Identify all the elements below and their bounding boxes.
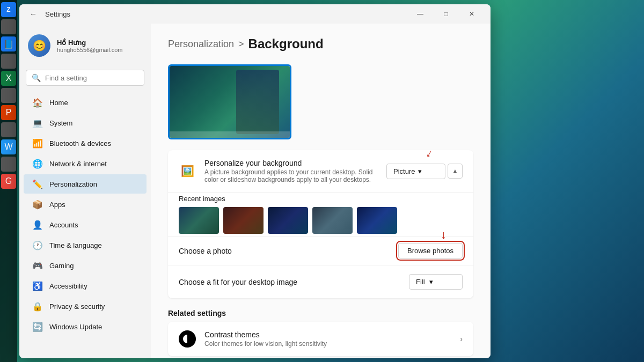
back-button[interactable]: ← (26, 6, 41, 21)
title-bar: ← Settings — □ ✕ (19, 4, 491, 24)
sidebar-item-label: Time & language (49, 241, 102, 249)
browse-photos-button[interactable]: Browse photos (398, 243, 463, 258)
recent-images-label: Recent images (179, 193, 463, 207)
time-icon: 🕐 (32, 240, 43, 250)
search-icon: 🔍 (32, 73, 41, 82)
sidebar-item-windows-update[interactable]: 🔄 Windows Update (24, 317, 147, 336)
apps-icon: 📦 (32, 199, 43, 210)
taskbar-icon-excel[interactable]: X (1, 71, 16, 86)
personalize-row: 🖼️ Personalize your background A picture… (168, 150, 473, 193)
network-icon: 🌐 (32, 158, 43, 169)
sidebar-item-label: Accessibility (49, 282, 87, 290)
choose-photo-text: Choose a photo (179, 247, 398, 255)
recent-image-1[interactable] (179, 207, 219, 234)
sidebar-item-label: Personalization (49, 180, 97, 188)
sidebar-item-home[interactable]: 🏠 Home (24, 93, 147, 112)
personalize-desc: A picture background applies to your cur… (204, 168, 386, 183)
user-info: Hồ Hưng hungho5556@gmail.com (57, 39, 122, 53)
preview-taskbar (170, 131, 290, 138)
recent-image-4[interactable] (312, 207, 353, 234)
arrow-annotation-1: ↓ (423, 150, 436, 161)
taskbar-icon-chrome[interactable]: G (1, 174, 16, 189)
settings-window: ← Settings — □ ✕ 😊 Hồ Hưng hungho5556@gm… (19, 4, 491, 358)
search-input[interactable] (45, 74, 138, 82)
personalization-icon: ✏️ (32, 179, 43, 189)
desktop-preview (168, 64, 291, 139)
sidebar: 😊 Hồ Hưng hungho5556@gmail.com 🔍 🏠 Home … (19, 24, 151, 358)
personalize-title: Personalize your background (204, 159, 386, 167)
sidebar-item-personalization[interactable]: ✏️ Personalization (24, 174, 147, 194)
taskbar-icon-1[interactable] (1, 19, 16, 34)
setting-text: Personalize your background A picture ba… (204, 159, 386, 183)
taskbar-icon-4[interactable] (1, 88, 16, 103)
related-settings-card: Contrast themes Color themes for low vis… (168, 322, 473, 356)
taskbar-icon-2[interactable]: 📘 (1, 36, 16, 51)
chevron-down-icon: ▾ (418, 167, 422, 175)
picture-dropdown[interactable]: Picture ▾ (386, 164, 445, 179)
fill-dropdown[interactable]: Fill ▾ (409, 274, 463, 290)
choose-fit-text: Choose a fit for your desktop image (179, 278, 409, 286)
recent-images-container (179, 207, 463, 234)
sidebar-item-label: Accounts (49, 221, 78, 229)
breadcrumb-parent[interactable]: Personalization (168, 39, 234, 50)
maximize-button[interactable]: □ (434, 5, 458, 23)
sidebar-item-label: Gaming (49, 262, 74, 270)
sidebar-item-label: Bluetooth & devices (49, 139, 111, 147)
contrast-themes-text: Contrast themes Color themes for low vis… (204, 330, 460, 348)
personalize-background-card: 🖼️ Personalize your background A picture… (168, 150, 473, 298)
breadcrumb-separator: > (238, 39, 244, 50)
contrast-themes-desc: Color themes for low vision, light sensi… (204, 340, 460, 348)
bluetooth-icon: 📶 (32, 138, 43, 149)
settings-body: 😊 Hồ Hưng hungho5556@gmail.com 🔍 🏠 Home … (19, 24, 491, 358)
contrast-half-circle (183, 335, 192, 343)
taskbar-icon-powerpoint[interactable]: P (1, 105, 16, 120)
sidebar-item-apps[interactable]: 📦 Apps (24, 195, 147, 214)
recent-image-3[interactable] (268, 207, 308, 234)
related-settings-heading: Related settings (168, 309, 473, 317)
taskbar-icon-word[interactable]: W (1, 139, 16, 154)
minimize-button[interactable]: — (408, 5, 433, 23)
sidebar-item-gaming[interactable]: 🎮 Gaming (24, 256, 147, 275)
sidebar-item-bluetooth[interactable]: 📶 Bluetooth & devices (24, 134, 147, 153)
accounts-icon: 👤 (32, 219, 43, 230)
choose-fit-label: Choose a fit for your desktop image (179, 278, 409, 286)
sidebar-item-label: Home (49, 99, 68, 107)
taskbar-icon-3[interactable] (1, 54, 16, 69)
page-title: Background (248, 36, 324, 51)
taskbar-icon-6[interactable] (1, 157, 16, 172)
contrast-themes-row[interactable]: Contrast themes Color themes for low vis… (168, 322, 473, 356)
choose-photo-row: Choose a photo ↓ Browse photos (168, 236, 473, 265)
user-name: Hồ Hưng (57, 39, 122, 47)
sidebar-item-accessibility[interactable]: ♿ Accessibility (24, 276, 147, 295)
contrast-themes-title: Contrast themes (204, 330, 460, 339)
browse-photos-wrap: ↓ Browse photos (398, 243, 463, 258)
home-icon: 🏠 (32, 97, 43, 108)
search-box[interactable]: 🔍 (26, 70, 144, 86)
collapse-button[interactable]: ▲ (448, 164, 463, 179)
user-section[interactable]: 😊 Hồ Hưng hungho5556@gmail.com (19, 28, 151, 63)
sidebar-item-label: System (49, 119, 72, 127)
arrow-annotation-2: ↓ (441, 228, 447, 242)
sidebar-item-network[interactable]: 🌐 Network & internet (24, 154, 147, 173)
close-button[interactable]: ✕ (459, 5, 484, 23)
recent-image-2[interactable] (223, 207, 264, 234)
choose-fit-row: Choose a fit for your desktop image Fill… (168, 265, 473, 298)
background-icon: 🖼️ (179, 162, 196, 180)
recent-image-5[interactable] (357, 207, 397, 234)
sidebar-item-label: Privacy & security (49, 302, 105, 311)
taskbar-left: Z 📘 X P W G (0, 0, 17, 362)
fill-value: Fill (416, 278, 425, 286)
sidebar-item-privacy[interactable]: 🔒 Privacy & security (24, 297, 147, 316)
taskbar-icon-zalo[interactable]: Z (1, 2, 16, 17)
picture-dropdown-value: Picture (393, 167, 415, 175)
preview-inner (170, 66, 290, 138)
choose-photo-label: Choose a photo (179, 247, 398, 255)
taskbar-icon-5[interactable] (1, 122, 16, 137)
sidebar-item-accounts[interactable]: 👤 Accounts (24, 215, 147, 234)
sidebar-item-time[interactable]: 🕐 Time & language (24, 235, 147, 255)
contrast-themes-icon (179, 330, 196, 348)
privacy-icon: 🔒 (32, 301, 43, 312)
sidebar-item-label: Network & internet (49, 160, 107, 168)
sidebar-item-label: Apps (49, 201, 65, 209)
sidebar-item-system[interactable]: 💻 System (24, 113, 147, 132)
